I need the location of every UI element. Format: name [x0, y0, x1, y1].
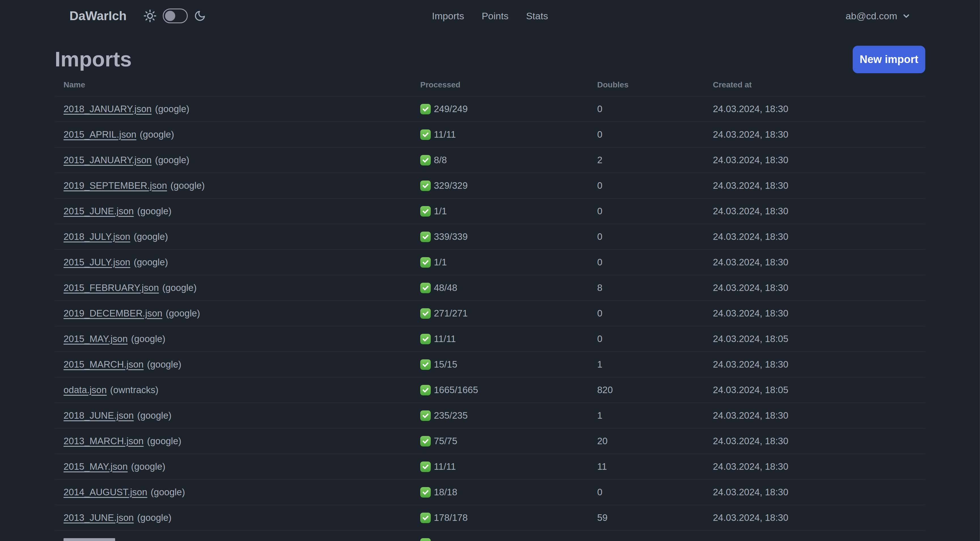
import-file-link[interactable]: 2018_JANUARY.json — [64, 104, 152, 114]
import-file-link[interactable]: 2015_JULY.json — [64, 257, 130, 267]
created-at-cell: 24.03.2024, 18:30 — [713, 206, 925, 217]
processed-count: 11/11 — [434, 461, 456, 472]
doubles-cell: 59 — [597, 512, 713, 523]
check-emoji-icon — [420, 538, 431, 541]
processed-cell: 15/15 — [420, 359, 597, 370]
processed-cell: 1665/1665 — [420, 385, 597, 396]
table-row: 2015_JUNE.json(google) 1/1 0 24.03.2024,… — [55, 198, 925, 223]
import-file-link[interactable]: 2014_AUGUST.json — [64, 487, 147, 497]
name-cell: 2015_MAY.json(google) — [64, 334, 420, 344]
page-title: Imports — [55, 49, 132, 70]
import-file-link[interactable]: 2015_APRIL.json — [64, 129, 137, 140]
check-emoji-icon — [420, 461, 431, 472]
doubles-cell: 0 — [597, 206, 713, 217]
name-cell: 2015_APRIL.json(google) — [64, 129, 420, 140]
processed-cell — [420, 538, 597, 541]
processed-count: 1/1 — [434, 206, 447, 217]
import-source: (google) — [140, 129, 174, 140]
processed-count: 48/48 — [434, 282, 457, 293]
processed-cell: 75/75 — [420, 436, 597, 447]
table-row-partial — [55, 530, 925, 541]
user-menu[interactable]: ab@cd.com — [846, 0, 911, 32]
doubles-cell: 0 — [597, 334, 713, 344]
import-file-link[interactable]: 2015_MAY.json — [64, 461, 127, 472]
import-file-link[interactable]: 2015_JUNE.json — [64, 206, 134, 216]
processed-cell: 18/18 — [420, 487, 597, 498]
sun-icon — [143, 10, 156, 22]
import-file-link[interactable]: 2013_JUNE.json — [64, 512, 134, 523]
doubles-cell: 0 — [597, 129, 713, 140]
import-source: (google) — [147, 359, 181, 370]
created-at-cell: 24.03.2024, 18:30 — [713, 282, 925, 293]
import-source: (google) — [170, 180, 205, 191]
moon-icon — [194, 10, 206, 22]
table-row: 2013_MARCH.json(google) 75/75 20 24.03.2… — [55, 428, 925, 453]
table-row: 2015_MAY.json(google) 11/11 11 24.03.202… — [55, 453, 925, 479]
theme-toggle[interactable] — [143, 8, 206, 23]
table-row: 2018_JUNE.json(google) 235/235 1 24.03.2… — [55, 402, 925, 428]
nav-link-stats[interactable]: Stats — [526, 11, 548, 22]
column-header-name: Name — [64, 80, 420, 89]
app-logo[interactable]: DaWarIch — [70, 9, 126, 23]
name-cell: 2015_MAY.json(google) — [64, 461, 420, 472]
table-row: 2019_DECEMBER.json(google) 271/271 0 24.… — [55, 300, 925, 326]
processed-count: 8/8 — [434, 155, 447, 166]
check-emoji-icon — [420, 334, 431, 344]
table-row: 2013_JUNE.json(google) 178/178 59 24.03.… — [55, 505, 925, 530]
check-emoji-icon — [420, 487, 431, 498]
processed-count: 339/339 — [434, 231, 468, 242]
clipped-file-link[interactable] — [64, 538, 115, 541]
processed-count: 235/235 — [434, 410, 468, 421]
import-file-link[interactable]: 2015_MAY.json — [64, 334, 127, 344]
created-at-cell: 24.03.2024, 18:30 — [713, 512, 925, 523]
check-emoji-icon — [420, 410, 431, 421]
created-at-cell: 24.03.2024, 18:30 — [713, 155, 925, 166]
check-emoji-icon — [420, 231, 431, 242]
import-file-link[interactable]: 2018_JUNE.json — [64, 410, 134, 421]
created-at-cell: 24.03.2024, 18:30 — [713, 129, 925, 140]
import-file-link[interactable]: 2015_MARCH.json — [64, 359, 143, 370]
import-source: (google) — [147, 436, 181, 446]
check-emoji-icon — [420, 129, 431, 140]
new-import-button[interactable]: New import — [853, 46, 925, 73]
check-emoji-icon — [420, 104, 431, 114]
import-file-link[interactable]: 2015_JANUARY.json — [64, 155, 152, 165]
nav-link-points[interactable]: Points — [482, 11, 509, 22]
processed-cell: 178/178 — [420, 512, 597, 523]
name-cell: 2015_JUNE.json(google) — [64, 206, 420, 217]
check-emoji-icon — [420, 206, 431, 217]
scrollbar[interactable] — [978, 0, 980, 541]
doubles-cell: 1 — [597, 410, 713, 421]
name-cell: 2015_FEBRUARY.json(google) — [64, 282, 420, 293]
import-file-link[interactable]: odata.json — [64, 385, 107, 395]
import-file-link[interactable]: 2019_DECEMBER.json — [64, 308, 162, 318]
processed-cell: 11/11 — [420, 461, 597, 472]
column-header-doubles: Doubles — [597, 80, 713, 89]
doubles-cell: 1 — [597, 359, 713, 370]
processed-count: 1665/1665 — [434, 385, 478, 396]
theme-toggle-switch[interactable] — [163, 8, 188, 23]
name-cell: 2018_JUNE.json(google) — [64, 410, 420, 421]
import-file-link[interactable]: 2018_JULY.json — [64, 231, 130, 242]
nav-link-imports[interactable]: Imports — [432, 11, 464, 22]
created-at-cell: 24.03.2024, 18:30 — [713, 410, 925, 421]
created-at-cell: 24.03.2024, 18:30 — [713, 257, 925, 268]
doubles-cell: 2 — [597, 155, 713, 166]
processed-count: 15/15 — [434, 359, 457, 370]
import-file-link[interactable]: 2019_SEPTEMBER.json — [64, 180, 167, 191]
created-at-cell: 24.03.2024, 18:30 — [713, 308, 925, 319]
user-email: ab@cd.com — [846, 11, 897, 22]
check-emoji-icon — [420, 155, 431, 166]
table-row: 2018_JANUARY.json(google) 249/249 0 24.0… — [55, 96, 925, 121]
name-cell: 2015_JULY.json(google) — [64, 257, 420, 268]
check-emoji-icon — [420, 436, 431, 447]
import-source: (google) — [151, 487, 185, 497]
doubles-cell: 8 — [597, 282, 713, 293]
import-file-link[interactable]: 2015_FEBRUARY.json — [64, 282, 159, 293]
doubles-cell: 0 — [597, 487, 713, 498]
name-cell: 2014_AUGUST.json(google) — [64, 487, 420, 498]
created-at-cell: 24.03.2024, 18:05 — [713, 334, 925, 344]
import-file-link[interactable]: 2013_MARCH.json — [64, 436, 143, 446]
created-at-cell: 24.03.2024, 18:30 — [713, 231, 925, 242]
column-header-created-at: Created at — [713, 80, 925, 89]
